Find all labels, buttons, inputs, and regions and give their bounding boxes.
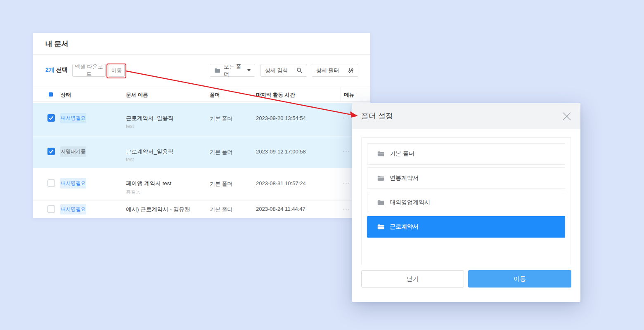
document-name[interactable]: 근로계약서_일용직 — [126, 148, 174, 156]
check-icon — [47, 148, 55, 155]
document-subtitle: 홍길동 — [126, 189, 141, 196]
search-icon — [296, 67, 303, 73]
modal-title: 폴더 설정 — [361, 103, 393, 129]
row-checkbox-unchecked[interactable] — [47, 179, 55, 187]
document-time: 2023-08-24 11:44:47 — [256, 206, 305, 212]
row-menu-button[interactable]: ··· — [343, 205, 350, 212]
status-badge: 내서명필요 — [60, 178, 86, 189]
document-subtitle: test — [126, 123, 134, 129]
filter-sliders-icon — [348, 68, 354, 73]
document-folder: 기본 폴더 — [210, 115, 233, 123]
folder-option[interactable]: 대외영업계약서 — [367, 192, 565, 213]
folder-icon — [377, 200, 384, 205]
panel-header: 내 문서 — [33, 33, 370, 55]
document-name[interactable]: 예시) 근로계약서 - 김유캔 — [126, 206, 190, 213]
folder-icon — [377, 151, 384, 157]
header-time: 마지막 활동 시간 — [256, 92, 295, 99]
excel-download-button[interactable]: 엑셀 다운로드 — [72, 64, 106, 77]
toolbar: 2개 선택 엑셀 다운로드 이동 모든 폴더 상세 검색 상세 필터 — [33, 64, 370, 77]
check-icon — [47, 114, 55, 122]
modal-close-button[interactable]: 닫기 — [361, 270, 464, 288]
table-row[interactable]: 내서명필요 페이앱 계약서 test 홍길동 기본 폴더 2023-08-31 … — [33, 168, 370, 200]
toolbar-divider — [68, 68, 68, 73]
folder-icon — [214, 68, 220, 73]
folder-settings-modal: 폴더 설정 기본 폴더 연봉계약서 대외영업계약서 근로계약서 닫기 이동 — [352, 103, 580, 302]
folder-list: 기본 폴더 연봉계약서 대외영업계약서 근로계약서 — [361, 137, 571, 265]
header-menu: 메뉴 — [344, 92, 354, 99]
document-folder: 기본 폴더 — [210, 206, 233, 213]
table-row[interactable]: 내서명필요 예시) 근로계약서 - 김유캔 기본 폴더 2023-08-24 1… — [33, 200, 370, 218]
folder-filter-label: 모든 폴더 — [224, 63, 244, 78]
table-row[interactable]: 서명대기중 근로계약서_일용직 test 기본 폴더 2023-09-12 17… — [33, 136, 370, 168]
header-separator — [341, 87, 341, 102]
detail-filter-button[interactable]: 상세 필터 — [312, 64, 358, 77]
row-menu-button[interactable]: ··· — [343, 179, 350, 186]
document-folder: 기본 폴더 — [210, 180, 233, 188]
modal-header: 폴더 설정 — [352, 103, 580, 129]
status-badge: 서명대기중 — [60, 146, 86, 157]
table-header: 상태 문서 이름 폴더 마지막 활동 시간 메뉴 — [33, 87, 370, 102]
document-folder: 기본 폴더 — [210, 148, 233, 156]
folder-option-label: 대외영업계약서 — [390, 199, 430, 206]
modal-move-button[interactable]: 이동 — [468, 270, 571, 288]
folder-filter-dropdown[interactable]: 모든 폴더 — [210, 64, 255, 77]
row-checkbox-checked[interactable] — [47, 114, 55, 122]
folder-option[interactable]: 연봉계약서 — [367, 167, 565, 189]
folder-option-selected[interactable]: 근로계약서 — [367, 216, 565, 238]
status-badge: 내서명필요 — [60, 113, 86, 123]
folder-option-label: 기본 폴더 — [390, 150, 414, 158]
status-badge: 내서명필요 — [60, 204, 86, 214]
detail-filter-label: 상세 필터 — [316, 67, 345, 74]
search-label: 상세 검색 — [265, 67, 293, 74]
header-folder: 폴더 — [210, 92, 220, 99]
row-checkbox-unchecked[interactable] — [47, 205, 55, 213]
header-name: 문서 이름 — [126, 92, 148, 99]
folder-option-label: 근로계약서 — [390, 223, 419, 231]
folder-icon — [377, 175, 384, 181]
row-menu-button[interactable]: ··· — [343, 114, 350, 121]
page-title: 내 문서 — [45, 33, 69, 55]
move-button[interactable]: 이동 — [109, 64, 125, 77]
my-documents-panel: 내 문서 2개 선택 엑셀 다운로드 이동 모든 폴더 상세 검색 상세 필터 … — [33, 33, 370, 218]
document-name[interactable]: 페이앱 계약서 test — [126, 180, 171, 187]
document-time: 2023-08-31 10:57:24 — [256, 180, 306, 186]
document-time: 2023-09-20 13:54:54 — [256, 115, 306, 121]
document-name[interactable]: 근로계약서_일용직 — [126, 115, 174, 122]
chevron-down-icon — [247, 69, 251, 71]
folder-option-label: 연봉계약서 — [390, 174, 419, 182]
row-checkbox-checked[interactable] — [47, 148, 55, 155]
folder-option[interactable]: 기본 폴더 — [367, 143, 565, 165]
row-menu-button[interactable]: ··· — [343, 147, 350, 154]
header-status: 상태 — [61, 92, 71, 99]
close-icon[interactable] — [561, 111, 572, 122]
document-subtitle: test — [126, 157, 134, 163]
select-all-checkbox[interactable] — [49, 92, 53, 97]
search-input[interactable]: 상세 검색 — [260, 64, 307, 77]
table-row[interactable]: 내서명필요 근로계약서_일용직 test 기본 폴더 2023-09-20 13… — [33, 103, 370, 136]
document-time: 2023-09-12 17:00:58 — [256, 148, 306, 155]
folder-icon — [377, 224, 384, 230]
selection-count: 2개 선택 — [45, 66, 68, 74]
